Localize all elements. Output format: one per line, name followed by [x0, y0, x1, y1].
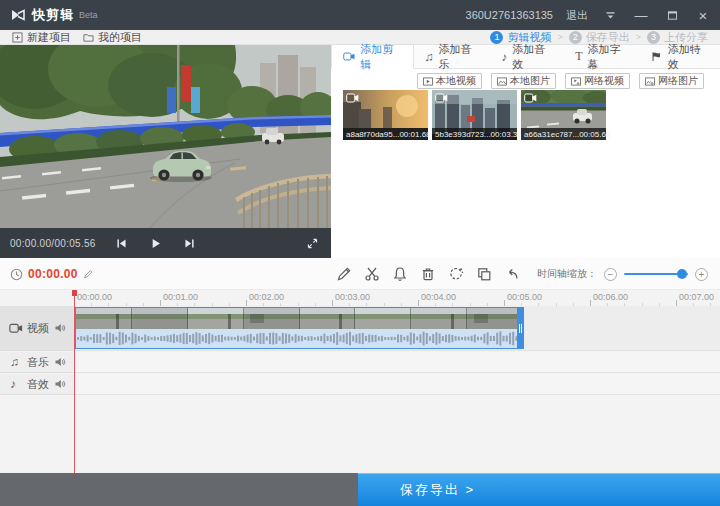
copy-clip-button[interactable] — [476, 266, 492, 282]
save-export-button[interactable]: 保存导出 > — [358, 473, 720, 506]
tab-add-sound-effect[interactable]: ♪ 添加音效 — [490, 45, 564, 68]
sound-effect-track: ♪ 音效 — [0, 374, 720, 395]
clip-duration: 00:03.32 — [491, 130, 522, 139]
local-image-button[interactable]: 本地图片 — [491, 73, 556, 89]
new-project-button[interactable]: 新建项目 — [12, 30, 71, 45]
next-frame-button[interactable] — [180, 234, 198, 252]
text-tool-icon: T — [575, 49, 582, 64]
edit-time-icon[interactable] — [83, 269, 93, 279]
sound-note-icon: ♪ — [10, 377, 22, 391]
tab-add-subtitle[interactable]: T 添加字幕 — [564, 45, 639, 68]
timeline-zoom-control: 时间轴缩放： − + — [537, 258, 708, 290]
music-note-icon: ♫ — [425, 50, 434, 64]
music-track-label: 音乐 — [27, 355, 49, 370]
local-video-icon — [423, 77, 433, 86]
music-track: ♫ 音乐 — [0, 352, 720, 373]
speaker-icon[interactable] — [54, 322, 66, 334]
edit-clip-button[interactable] — [336, 266, 352, 282]
local-image-icon — [497, 77, 507, 86]
local-video-button[interactable]: 本地视频 — [417, 73, 482, 89]
clip-card[interactable]: a66a31ec787... 00:05.60 — [521, 90, 606, 140]
music-note-icon: ♫ — [10, 355, 22, 369]
speaker-icon[interactable] — [54, 378, 66, 390]
clip-name: a8a8f70da95... — [346, 130, 399, 139]
tab-add-effects[interactable]: 添加特效 — [639, 45, 720, 68]
clip-filmstrip — [76, 308, 523, 329]
clock-icon — [10, 268, 23, 281]
step-separator-icon: > — [557, 32, 562, 42]
logout-link[interactable]: 退出 — [566, 8, 588, 23]
clip-library: a8a8f70da95... 00:01.68 — [343, 90, 606, 140]
undo-button[interactable] — [504, 266, 520, 282]
clip-name: a66a31ec787... — [524, 130, 579, 139]
video-preview — [0, 45, 331, 228]
video-track: 视频 — [0, 306, 720, 351]
video-track-lane[interactable] — [74, 306, 720, 351]
player-controls-bar: 00:00.00/00:05.56 — [0, 228, 331, 258]
video-camera-icon — [9, 322, 23, 334]
clip-edit-tools — [336, 258, 520, 290]
web-image-icon — [645, 77, 655, 86]
web-video-button[interactable]: 网络视频 — [565, 73, 630, 89]
clip-duration: 00:01.68 — [399, 130, 430, 139]
zoom-slider-knob[interactable] — [677, 269, 687, 279]
effects-flag-icon — [650, 51, 662, 62]
minimize-button[interactable]: — — [632, 6, 650, 24]
web-image-button[interactable]: 网络图片 — [639, 73, 704, 89]
speaker-icon[interactable] — [54, 356, 66, 368]
playhead-line[interactable] — [74, 290, 75, 473]
zoom-slider[interactable] — [624, 268, 688, 280]
video-track-header: 视频 — [0, 306, 74, 351]
video-type-icon — [346, 93, 359, 103]
music-track-lane[interactable] — [74, 352, 720, 373]
bottom-bar: 保存导出 > — [0, 473, 720, 506]
notify-bell-button[interactable] — [392, 266, 408, 282]
video-preview-frame — [0, 45, 331, 228]
sound-track-label: 音效 — [27, 377, 49, 392]
video-track-label: 视频 — [27, 321, 49, 336]
app-title: 快剪辑 — [32, 6, 74, 24]
my-projects-button[interactable]: 我的项目 — [83, 30, 142, 45]
media-panel: 添加剪辑 ♫ 添加音乐 ♪ 添加音效 T 添加字幕 添加特效 本地视频 — [331, 45, 720, 258]
new-project-icon — [12, 32, 23, 43]
music-track-header: ♫ 音乐 — [0, 352, 74, 373]
previous-frame-button[interactable] — [112, 234, 130, 252]
timeline-toolbar: 00:00.00 时间轴缩放： − + — [0, 258, 720, 290]
clip-card[interactable]: a8a8f70da95... 00:01.68 — [343, 90, 428, 140]
beta-tag: Beta — [79, 10, 98, 20]
media-tabs: 添加剪辑 ♫ 添加音乐 ♪ 添加音效 T 添加字幕 添加特效 — [331, 45, 720, 69]
playhead-marker[interactable] — [72, 290, 77, 296]
web-video-icon — [571, 77, 581, 86]
current-time-display: 00:00.00 — [28, 267, 78, 281]
step-separator-icon: > — [636, 32, 641, 42]
fullscreen-button[interactable] — [303, 234, 321, 252]
maximize-button[interactable] — [663, 6, 681, 24]
timeline-ruler[interactable]: 00:00.00 00:01.00 00:02.00 00:03.00 00:0… — [0, 290, 720, 306]
delete-clip-button[interactable] — [420, 266, 436, 282]
transition-effect-button[interactable] — [448, 266, 464, 282]
app-logo-icon — [10, 7, 26, 23]
clip-name: 5b3e393d723... — [435, 130, 491, 139]
folder-icon — [83, 32, 94, 43]
account-id: 360U2761363135 — [466, 9, 553, 21]
clip-card[interactable]: 5b3e393d723... 00:03.32 — [432, 90, 517, 140]
video-type-icon — [524, 93, 537, 103]
zoom-in-button[interactable]: + — [695, 268, 708, 281]
cut-clip-button[interactable] — [364, 266, 380, 282]
timeline-zoom-label: 时间轴缩放： — [537, 267, 597, 281]
sound-track-lane[interactable] — [74, 374, 720, 395]
skin-menu-icon[interactable] — [601, 6, 619, 24]
titlebar: 快剪辑 Beta 360U2761363135 退出 — × — [0, 0, 720, 30]
play-button[interactable] — [146, 234, 164, 252]
clip-duration: 00:05.60 — [579, 130, 610, 139]
player-time-display: 00:00.00/00:05.56 — [10, 238, 96, 249]
sound-track-header: ♪ 音效 — [0, 374, 74, 395]
tab-add-clip[interactable]: 添加剪辑 — [331, 45, 414, 69]
zoom-out-button[interactable]: − — [604, 268, 617, 281]
clip-trim-handle[interactable] — [517, 308, 523, 348]
tab-add-music[interactable]: ♫ 添加音乐 — [414, 45, 491, 68]
source-buttons: 本地视频 本地图片 网络视频 网络图片 — [417, 73, 704, 89]
clip-waveform — [76, 329, 523, 348]
close-button[interactable]: × — [694, 6, 712, 24]
timeline-video-clip[interactable] — [75, 307, 524, 349]
